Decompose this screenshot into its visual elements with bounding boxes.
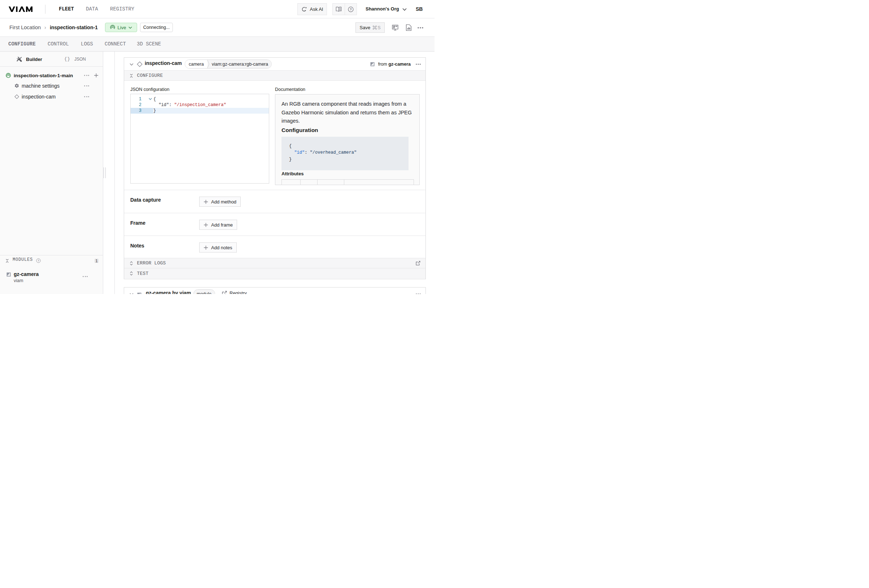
svg-text:?: ? bbox=[37, 259, 39, 262]
svg-text:?: ? bbox=[350, 7, 352, 11]
